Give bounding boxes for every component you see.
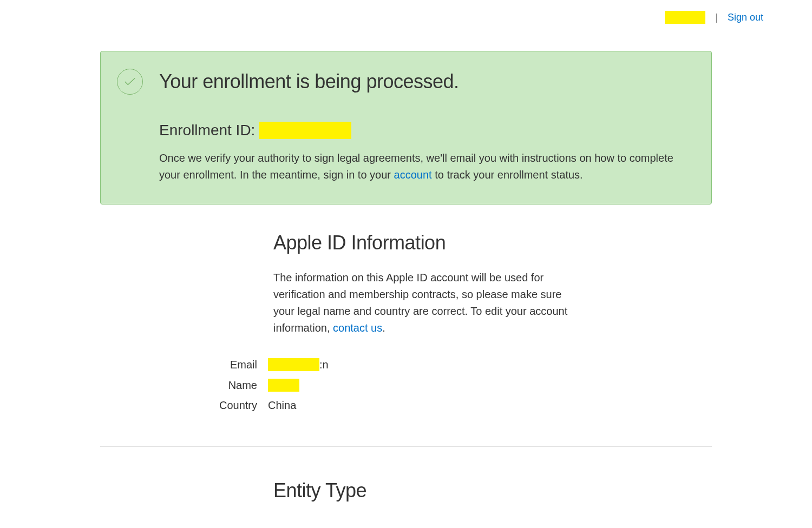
- divider: |: [715, 12, 718, 23]
- section-divider: [100, 446, 712, 447]
- checkmark-icon: [117, 69, 143, 95]
- apple-id-fields: Email :n Name Country China: [181, 358, 577, 412]
- apple-id-description: The information on this Apple ID account…: [273, 269, 577, 336]
- banner-text-post: to track your enrollment status.: [432, 169, 583, 181]
- banner-description: Once we verify your authority to sign le…: [159, 150, 690, 183]
- name-label: Name: [181, 379, 268, 392]
- name-value: [268, 379, 299, 392]
- email-row: Email :n: [181, 358, 577, 371]
- enrollment-id-redacted: [259, 122, 351, 139]
- banner-title: Your enrollment is being processed.: [159, 70, 459, 93]
- enrollment-id-line: Enrollment ID:: [159, 122, 690, 139]
- banner-body: Enrollment ID: Once we verify your autho…: [117, 122, 690, 183]
- username-redacted: [665, 11, 705, 24]
- email-value: :n: [268, 358, 329, 371]
- email-suffix: :n: [319, 359, 329, 371]
- top-bar: | Sign out: [0, 0, 812, 29]
- entity-type-heading: Entity Type: [273, 479, 577, 502]
- enrollment-id-label: Enrollment ID:: [159, 122, 255, 139]
- signout-link[interactable]: Sign out: [728, 12, 763, 23]
- main-container: Your enrollment is being processed. Enro…: [73, 51, 739, 528]
- apple-id-desc-pre: The information on this Apple ID account…: [273, 272, 567, 334]
- name-row: Name: [181, 379, 577, 392]
- country-label: Country: [181, 399, 268, 412]
- apple-id-desc-post: .: [382, 322, 385, 334]
- country-value: China: [268, 399, 296, 412]
- name-redacted: [268, 379, 299, 392]
- status-banner: Your enrollment is being processed. Enro…: [100, 51, 712, 204]
- apple-id-section: Apple ID Information The information on …: [100, 232, 712, 446]
- email-redacted: [268, 358, 319, 371]
- entity-type-section: Entity Type: [100, 479, 712, 528]
- apple-id-heading: Apple ID Information: [273, 232, 577, 254]
- email-label: Email: [181, 359, 268, 371]
- banner-header: Your enrollment is being processed.: [117, 69, 690, 95]
- account-link[interactable]: account: [394, 169, 432, 181]
- contact-us-link[interactable]: contact us: [333, 322, 382, 334]
- country-row: Country China: [181, 399, 577, 412]
